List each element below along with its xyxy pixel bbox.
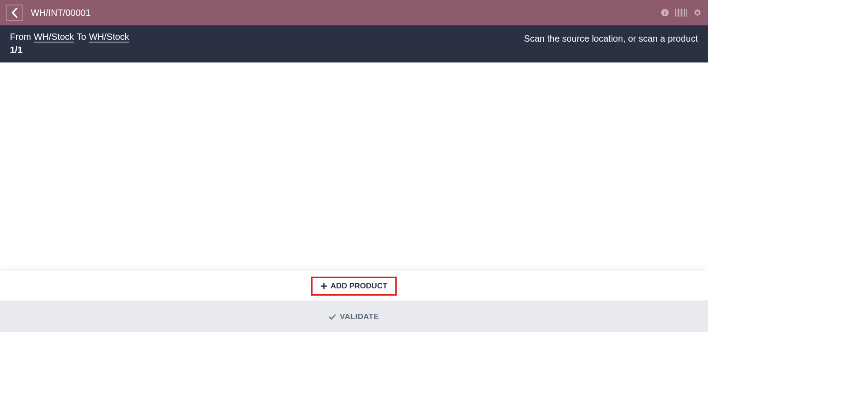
scan-hint: Scan the source location, or scan a prod… <box>524 32 698 44</box>
back-button[interactable] <box>6 5 23 21</box>
svg-rect-12 <box>321 285 327 287</box>
from-label: From <box>10 32 31 42</box>
svg-rect-4 <box>677 9 677 16</box>
svg-rect-3 <box>675 9 676 16</box>
svg-rect-7 <box>681 9 682 16</box>
info-icon[interactable] <box>661 9 669 17</box>
validate-button: VALIDATE <box>329 312 379 321</box>
svg-rect-10 <box>686 9 687 16</box>
gear-icon[interactable] <box>693 9 702 17</box>
check-icon <box>329 313 336 321</box>
svg-rect-8 <box>683 9 683 16</box>
barcode-icon[interactable] <box>675 9 687 17</box>
svg-rect-9 <box>684 9 685 16</box>
chevron-left-icon <box>11 8 18 18</box>
svg-rect-6 <box>680 9 680 16</box>
plus-icon <box>321 283 327 289</box>
subheader-left: From WH/Stock To WH/Stock 1/1 <box>10 32 129 55</box>
page-counter: 1/1 <box>10 45 129 55</box>
validate-bar[interactable]: VALIDATE <box>0 301 708 332</box>
add-product-bar: ADD PRODUCT <box>0 271 708 301</box>
svg-rect-2 <box>664 12 666 15</box>
validate-label: VALIDATE <box>340 312 379 321</box>
header-right <box>661 9 702 17</box>
from-location-link[interactable]: WH/Stock <box>34 32 74 42</box>
svg-rect-5 <box>678 9 679 16</box>
location-row: From WH/Stock To WH/Stock <box>10 32 129 42</box>
add-product-label: ADD PRODUCT <box>331 282 388 291</box>
add-product-button[interactable]: ADD PRODUCT <box>311 277 397 296</box>
product-list-content <box>0 62 708 271</box>
header-left: WH/INT/00001 <box>6 5 90 21</box>
page-title: WH/INT/00001 <box>31 8 90 18</box>
svg-point-1 <box>664 10 666 12</box>
to-location-link[interactable]: WH/Stock <box>89 32 129 42</box>
location-subheader: From WH/Stock To WH/Stock 1/1 Scan the s… <box>0 25 708 62</box>
app-header: WH/INT/00001 <box>0 0 708 25</box>
to-label: To <box>77 32 86 42</box>
